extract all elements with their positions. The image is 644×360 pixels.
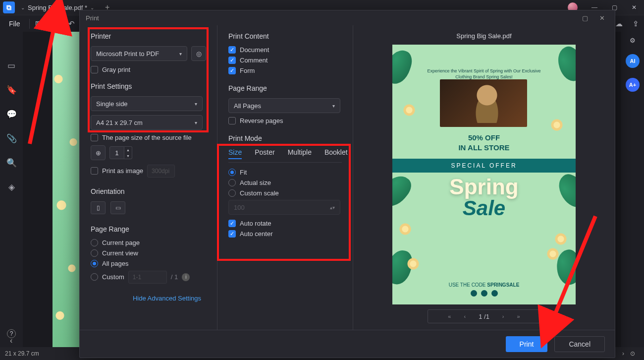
reverse-pages-checkbox[interactable]: Reverse pages: [228, 117, 342, 124]
svg-line-0: [30, 25, 54, 144]
tab-size[interactable]: Size: [228, 148, 242, 159]
sides-select[interactable]: Single side▾: [91, 96, 203, 111]
left-sidebar: ▭ 🔖 💬 📎 🔍 ◈ ?: [0, 32, 23, 347]
right-page-range-heading: Page Range: [228, 84, 342, 92]
auto-center-checkbox[interactable]: ✓Auto center: [228, 230, 342, 238]
preview-usecode: USE THE CODE SPRINGSALE: [392, 282, 576, 288]
document-background: [53, 32, 82, 347]
copies-icon: ⊕: [91, 145, 106, 160]
orientation-heading: Orientation: [91, 187, 206, 195]
preview-promo: 50% OFF IN ALL STORE: [392, 133, 576, 152]
copies-input[interactable]: [109, 146, 124, 159]
dialog-titlebar: Print ▢ ✕: [80, 10, 615, 25]
file-menu[interactable]: File: [0, 20, 29, 28]
printer-heading: Printer: [91, 32, 206, 40]
cancel-button[interactable]: Cancel: [554, 336, 605, 352]
hide-advanced-link[interactable]: Hide Advanced Settings: [91, 295, 206, 302]
print-mode-tabs: Size Poster Multiple Booklet: [228, 148, 342, 163]
info-icon: i: [182, 273, 190, 281]
chevron-down-icon: ▾: [179, 51, 182, 57]
pager-last[interactable]: »: [517, 313, 520, 319]
dialog-title: Print: [86, 14, 99, 22]
page-dimensions: 21 x 29.7 cm: [5, 350, 39, 357]
page-range-custom[interactable]: Custom: [91, 273, 124, 281]
paper-size-select[interactable]: A4 21 x 29.7 cm▾: [91, 115, 203, 130]
tab-poster[interactable]: Poster: [255, 148, 274, 159]
collapse-left-icon[interactable]: ‹: [10, 336, 12, 345]
pager-next[interactable]: ›: [502, 313, 504, 319]
custom-scale-input[interactable]: 100▴▾: [228, 200, 340, 215]
preview-page: Experience the Vibrant Spirit of Spring …: [392, 45, 576, 304]
source-page-size-checkbox[interactable]: The page size of the source file: [91, 134, 206, 141]
mode-fit[interactable]: Fit: [228, 169, 342, 176]
printer-select[interactable]: Microsoft Print to PDF ▾: [91, 46, 187, 61]
tab-filename: Spring Big Sale.pdf *: [28, 4, 87, 11]
print-left-column: Printer Microsoft Print to PDF ▾ ◎ Gray …: [80, 25, 217, 330]
share-icon[interactable]: ⇪: [627, 15, 644, 32]
chevron-down-icon: ⌄: [21, 5, 25, 10]
page-range-select[interactable]: All Pages▾: [228, 98, 340, 113]
pager-prev[interactable]: ‹: [464, 313, 466, 319]
preview-hero-image: [440, 79, 527, 127]
thumbnails-icon[interactable]: ▭: [7, 60, 15, 71]
pager-first[interactable]: «: [448, 313, 451, 319]
preview-band: SPECIAL OFFER: [392, 159, 576, 173]
print-icon[interactable]: 🖶: [47, 15, 63, 32]
print-content-heading: Print Content: [228, 32, 342, 40]
dialog-footer: Print Cancel: [80, 330, 615, 358]
print-dialog: Print ▢ ✕ Printer Microsoft Print to PDF…: [79, 10, 615, 358]
orientation-landscape[interactable]: ▭: [110, 201, 125, 214]
mode-custom-scale[interactable]: Custom scale: [228, 189, 342, 197]
fit-icon[interactable]: ⊙: [630, 350, 635, 357]
layers-icon[interactable]: ◈: [8, 182, 15, 192]
tab-dropdown-icon[interactable]: ⌄: [90, 5, 94, 10]
bookmark-icon[interactable]: 🔖: [6, 85, 17, 95]
window-close[interactable]: ✕: [624, 0, 644, 15]
comment-icon[interactable]: 💬: [6, 109, 17, 120]
page-range-current-page[interactable]: Current page: [91, 239, 206, 246]
print-as-image-checkbox[interactable]: Print as image: [91, 167, 143, 175]
page-range-current-view[interactable]: Current view: [91, 249, 206, 257]
preview-title-text: Spring Sale: [392, 175, 576, 220]
orientation-portrait[interactable]: ▯: [91, 201, 106, 214]
left-page-range-heading: Page Range: [91, 225, 206, 233]
dialog-close[interactable]: ✕: [595, 14, 609, 22]
tab-multiple[interactable]: Multiple: [288, 148, 312, 159]
gray-print-checkbox[interactable]: Gray print: [91, 66, 206, 73]
attachment-icon[interactable]: 📎: [6, 133, 17, 144]
dialog-maximize[interactable]: ▢: [578, 14, 592, 22]
tab-booklet[interactable]: Booklet: [324, 148, 348, 159]
app-logo: ⧉: [3, 1, 15, 13]
ai-badge[interactable]: AI: [626, 54, 640, 68]
preview-social-icons: [392, 290, 576, 297]
auto-rotate-checkbox[interactable]: ✓Auto rotate: [228, 220, 342, 227]
mode-actual-size[interactable]: Actual size: [228, 179, 342, 186]
content-comment-checkbox[interactable]: ✓Comment: [228, 57, 342, 64]
copies-stepper[interactable]: ▲▼: [109, 146, 132, 159]
right-sidebar: ⚙ AI A+: [621, 32, 644, 347]
settings-sliders-icon[interactable]: ⚙: [630, 37, 636, 44]
collapse-right-icon[interactable]: ›: [622, 350, 624, 357]
pager-position: 1 /1: [479, 313, 489, 320]
print-settings-heading: Print Settings: [91, 82, 206, 90]
print-preview-column: Spring Big Sale.pdf Experience the Vibra…: [353, 25, 615, 330]
print-mode-heading: Print Mode: [228, 134, 342, 142]
dpi-input[interactable]: [147, 165, 175, 178]
content-form-checkbox[interactable]: ✓Form: [228, 67, 342, 74]
preview-pager: « ‹ 1 /1 › »: [428, 309, 540, 323]
custom-range-input[interactable]: [128, 271, 167, 284]
print-middle-column: Print Content ✓Document ✓Comment ✓Form P…: [217, 25, 353, 330]
undo-icon[interactable]: ↶: [63, 15, 80, 32]
page-range-all-pages[interactable]: All pages: [91, 260, 206, 267]
printer-value: Microsoft Print to PDF: [96, 50, 159, 58]
ai-plus-badge[interactable]: A+: [626, 78, 640, 92]
content-document-checkbox[interactable]: ✓Document: [228, 46, 342, 54]
printer-properties-button[interactable]: ◎: [191, 46, 206, 61]
preview-filename: Spring Big Sale.pdf: [456, 32, 511, 40]
print-button[interactable]: Print: [506, 336, 548, 352]
save-icon[interactable]: 🗎: [30, 15, 47, 32]
search-icon[interactable]: 🔍: [6, 158, 17, 168]
preview-hero-text: Experience the Vibrant Spirit of Spring …: [421, 68, 547, 80]
